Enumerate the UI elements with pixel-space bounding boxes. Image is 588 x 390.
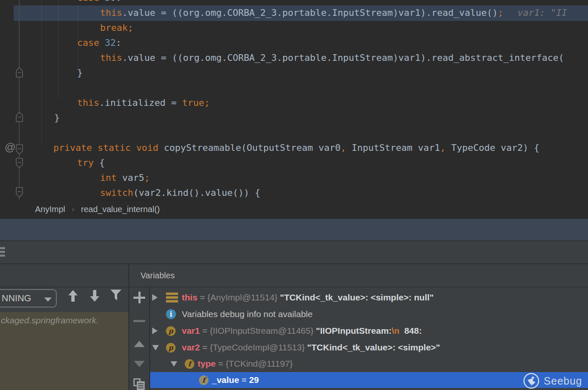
tool-window-grip-strip	[0, 240, 588, 263]
inline-debug-hint: var1: "II	[518, 8, 567, 18]
arrow-up-icon[interactable]	[67, 288, 79, 305]
move-up-icon[interactable]	[129, 335, 149, 352]
code-token: this	[77, 98, 99, 108]
chevron-right-icon: ›	[72, 205, 74, 214]
code-token: this	[100, 8, 122, 18]
copy-stack-icon[interactable]	[129, 376, 149, 390]
code-token: ;	[128, 22, 133, 33]
code-line[interactable]: case 32:	[77, 35, 121, 50]
annotation-marker: @	[5, 141, 15, 153]
tree-variable-row-this[interactable]: this = {AnyImpl@11514} "TCKind<_tk_value…	[150, 289, 588, 306]
arrow-down-icon[interactable]	[88, 288, 101, 305]
code-token: :	[116, 38, 121, 48]
fold-marker-icon[interactable]	[15, 187, 23, 200]
code-token: ;	[144, 172, 150, 183]
code-token: case	[77, 38, 105, 48]
fold-marker-icon[interactable]	[15, 111, 23, 124]
debugger-panel: Variables NNING ckaged.spri	[0, 263, 588, 390]
code-line[interactable]: }	[54, 110, 60, 125]
move-down-icon[interactable]	[129, 355, 149, 372]
collapse-arrow-icon[interactable]	[171, 355, 177, 372]
frames-toolbar: NNING	[0, 288, 128, 312]
code-token: copyStreamable(OutputStream var0	[164, 142, 341, 153]
code-token: .value = ((org.omg.CORBA_2_3.portable.In…	[122, 8, 498, 18]
code-token: 32	[105, 38, 116, 48]
code-token: TypeCode var2) {	[445, 142, 539, 153]
frames-panel-header	[0, 264, 128, 288]
remove-icon[interactable]	[129, 312, 149, 329]
expand-arrow-icon[interactable]	[152, 322, 158, 339]
code-token: {	[99, 158, 105, 168]
code-token: true	[182, 98, 204, 108]
field-icon: f	[185, 355, 194, 372]
code-line[interactable]: }	[77, 65, 83, 80]
filter-icon[interactable]	[110, 289, 122, 304]
seebug-watermark: Seebug	[523, 373, 582, 389]
code-line[interactable]: private static void copyStreamable(Outpu…	[53, 140, 540, 155]
indent-guide	[41, 0, 42, 144]
code-token: try	[77, 158, 99, 168]
debug-toolbar-bar	[0, 218, 588, 240]
ide-window: @ case 30:this.value = ((org.omg.CORBA_2…	[0, 0, 588, 390]
grip-icon[interactable]	[0, 251, 5, 253]
tree-variable-row-type[interactable]: ftype = {TCKind@11197}	[150, 355, 588, 372]
code-token: break	[100, 22, 128, 33]
code-line[interactable]: switch(var2.kind().value()) {	[100, 185, 260, 200]
fold-marker-icon[interactable]	[15, 158, 23, 170]
parameter-icon: p	[166, 339, 176, 356]
grip-icon[interactable]	[0, 255, 5, 257]
chevron-down-icon	[44, 298, 52, 302]
code-line[interactable]: this.value = ((org.omg.CORBA_2_3.portabl…	[100, 50, 564, 65]
thread-dropdown-label: NNING	[2, 293, 31, 304]
variables-panel-header: Variables	[129, 264, 588, 288]
variables-title: Variables	[141, 271, 175, 280]
code-token: this	[100, 52, 122, 63]
grip-icon[interactable]	[0, 247, 5, 249]
code-editor[interactable]: @ case 30:this.value = ((org.omg.CORBA_2…	[0, 0, 588, 200]
code-token: var5	[122, 172, 144, 183]
indent-guide	[58, 0, 59, 99]
expand-arrow-icon[interactable]	[152, 289, 158, 306]
code-line[interactable]: this.value = ((org.omg.CORBA_2_3.portabl…	[100, 5, 567, 20]
code-token: case	[77, 0, 105, 3]
code-line[interactable]: break;	[100, 20, 133, 35]
frame-item[interactable]: ckaged.springframework.	[1, 315, 128, 325]
code-line[interactable]: case 30:	[77, 0, 121, 5]
code-token: ;	[204, 98, 210, 108]
collapse-arrow-icon[interactable]	[152, 339, 159, 356]
tree-row-text: this = {AnyImpl@11514} "TCKind<_tk_value…	[182, 289, 434, 306]
code-token: InputStream var1	[346, 142, 440, 153]
code-line[interactable]: this.initialized = true;	[77, 95, 210, 110]
tree-message-row[interactable]: iVariables debug info not available	[150, 306, 588, 322]
variables-tree: f_value = 29ftype = {TCKind@11197}pvar2 …	[150, 288, 588, 390]
add-icon[interactable]	[129, 289, 149, 306]
tree-row-text: type = {TCKind@11197}	[198, 355, 293, 372]
code-token: int	[100, 172, 122, 183]
code-token: (var2.kind().value()) {	[133, 188, 260, 198]
this-object-icon	[166, 289, 178, 306]
tree-variable-row-_value[interactable]: f_value = 29	[150, 372, 588, 388]
breadcrumb-class[interactable]: AnyImpl	[35, 205, 65, 214]
fold-marker-icon[interactable]	[15, 144, 23, 157]
frames-list[interactable]: ckaged.springframework.	[0, 312, 128, 390]
thread-dropdown[interactable]: NNING	[0, 289, 57, 308]
code-token: switch	[100, 188, 133, 198]
tree-variable-row-var1[interactable]: pvar1 = {IIOPInputStream@11465} "IIOPInp…	[150, 322, 588, 339]
code-token: private static void	[53, 142, 164, 153]
breadcrumb-method[interactable]: read_value_internal()	[81, 205, 160, 214]
code-line[interactable]: int var5;	[100, 170, 150, 185]
tree-row-text: var2 = {TypeCodeImpl@11513} "TCKind<_tk_…	[182, 339, 440, 356]
code-token: .initialized =	[99, 98, 182, 108]
code-token: ;	[498, 8, 503, 18]
field-icon: f	[199, 372, 209, 388]
parameter-icon: p	[166, 322, 176, 339]
frames-panel: NNING ckaged.springframework.	[0, 264, 128, 390]
tree-row-text: Variables debug info not available	[182, 306, 313, 322]
tree-row-text: _value = 29	[212, 372, 259, 388]
code-line[interactable]: try {	[77, 155, 105, 170]
fold-marker-icon[interactable]	[15, 67, 23, 80]
code-token: :	[116, 0, 121, 3]
tree-variable-row-var2[interactable]: pvar2 = {TypeCodeImpl@11513} "TCKind<_tk…	[150, 339, 588, 356]
breadcrumb: AnyImpl › read_value_internal()	[0, 200, 588, 218]
seebug-wordmark: Seebug	[544, 375, 582, 387]
